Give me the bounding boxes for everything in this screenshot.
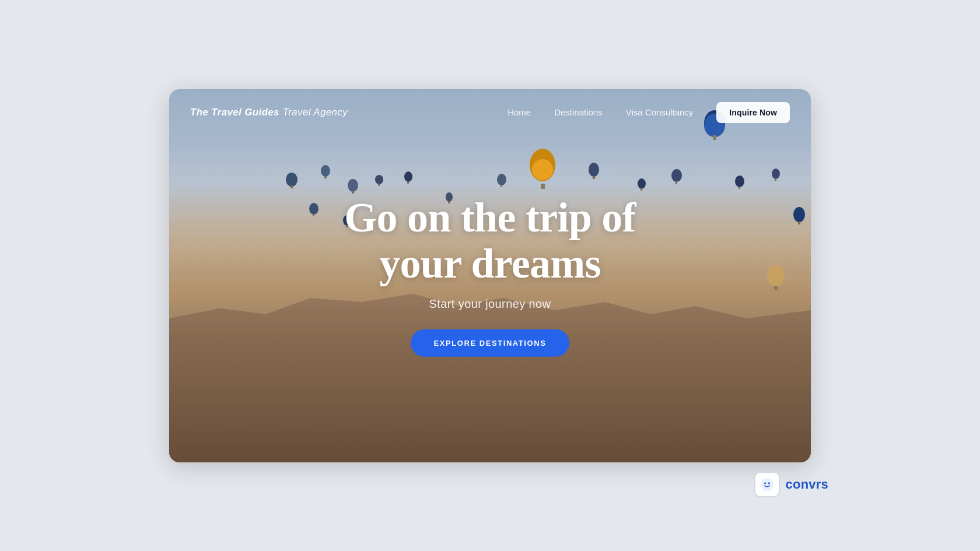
hero-heading-line1: Go on the trip of <box>344 194 636 240</box>
svg-point-39 <box>764 482 766 484</box>
brand-bold-text: The Travel Guides <box>190 107 279 118</box>
convrs-branding: convrs <box>754 472 828 497</box>
brand: The Travel Guides Travel Agency <box>190 107 348 118</box>
convrs-label: convrs <box>786 477 828 492</box>
explore-destinations-button[interactable]: EXPLORE DESTINATIONS <box>411 329 570 357</box>
hero-heading-line2: your dreams <box>379 240 600 287</box>
svg-point-40 <box>768 482 769 484</box>
nav-destinations[interactable]: Destinations <box>554 107 603 117</box>
hero-heading: Go on the trip of your dreams <box>292 194 688 286</box>
nav-home[interactable]: Home <box>508 107 531 117</box>
inquire-now-button[interactable]: Inquire Now <box>716 102 790 123</box>
nav-links: Home Destinations Visa Consultancy Inqui… <box>508 102 790 123</box>
navbar: The Travel Guides Travel Agency Home Des… <box>169 89 811 123</box>
svg-point-38 <box>761 478 774 491</box>
brand-light-text: Travel Agency <box>283 107 348 118</box>
nav-visa[interactable]: Visa Consultancy <box>626 107 694 117</box>
convrs-icon <box>754 472 780 497</box>
page-wrapper: The Travel Guides Travel Agency Home Des… <box>169 89 811 462</box>
hero-subtext: Start your journey now <box>292 297 688 311</box>
hero-container: The Travel Guides Travel Agency Home Des… <box>169 89 811 462</box>
hero-content: Go on the trip of your dreams Start your… <box>292 194 688 356</box>
